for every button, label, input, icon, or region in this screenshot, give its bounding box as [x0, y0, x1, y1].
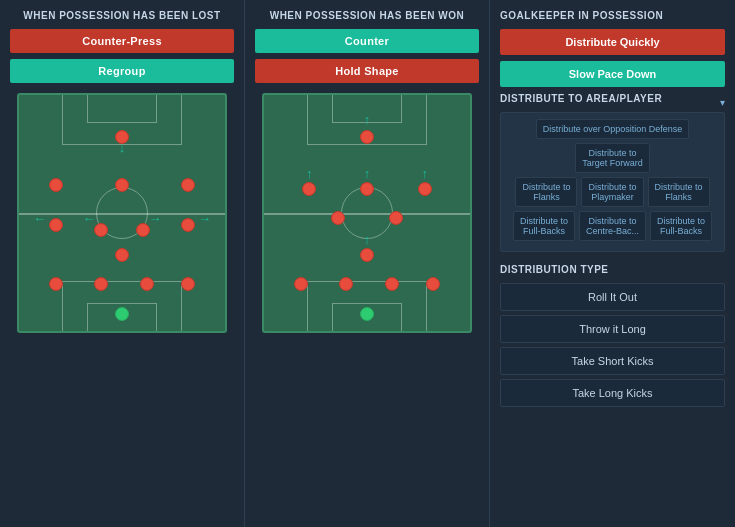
right-panel: GOALKEEPER IN POSSESSION Distribute Quic…: [490, 0, 735, 527]
dist-row-2: Distribute toTarget Forward: [507, 143, 718, 173]
arrow-up-5: ↑: [364, 231, 371, 246]
slow-pace-down-button[interactable]: Slow Pace Down: [500, 61, 725, 87]
player: [294, 277, 308, 291]
player: [339, 277, 353, 291]
player: [94, 277, 108, 291]
counter-press-button[interactable]: Counter-Press: [10, 29, 234, 53]
dist-centre-backs-button[interactable]: Distribute toCentre-Bac...: [579, 211, 646, 241]
dist-full-backs-left-button[interactable]: Distribute toFull-Backs: [513, 211, 575, 241]
regroup-button[interactable]: Regroup: [10, 59, 234, 83]
player: [136, 223, 150, 237]
take-long-kicks-button[interactable]: Take Long Kicks: [500, 379, 725, 407]
distribute-area-section: DISTRIBUTE TO AREA/PLAYER ▾: [500, 93, 725, 112]
arrow-up-4: ↑: [421, 165, 428, 180]
chevron-down-icon[interactable]: ▾: [720, 97, 725, 108]
goalkeeper: [115, 307, 129, 321]
left-panel-title: WHEN POSSESSION HAS BEEN LOST: [23, 10, 220, 21]
player: [115, 178, 129, 192]
player: [94, 223, 108, 237]
middle-panel: WHEN POSSESSION HAS BEEN WON Counter Hol…: [245, 0, 490, 527]
player: [115, 130, 129, 144]
player: [49, 218, 63, 232]
player: [115, 248, 129, 262]
throw-it-long-button[interactable]: Throw it Long: [500, 315, 725, 343]
pitch-left: ↓ ← ← → →: [17, 93, 227, 333]
player: [140, 277, 154, 291]
roll-it-out-button[interactable]: Roll It Out: [500, 283, 725, 311]
dist-row-1: Distribute over Opposition Defense: [507, 119, 718, 139]
player: [360, 182, 374, 196]
distribution-type-section: DISTRIBUTION TYPE Roll It Out Throw it L…: [500, 264, 725, 411]
dist-flanks-right-button[interactable]: Distribute toFlanks: [648, 177, 710, 207]
dist-playmaker-button[interactable]: Distribute toPlaymaker: [581, 177, 643, 207]
dist-type-title: DISTRIBUTION TYPE: [500, 264, 725, 275]
player: [389, 211, 403, 225]
arrow-up-2: ↑: [306, 165, 313, 180]
player: [181, 218, 195, 232]
dist-target-forward-button[interactable]: Distribute toTarget Forward: [575, 143, 650, 173]
pitch-middle: ↑ ↑ ↑ ↑ ↑: [262, 93, 472, 333]
player: [426, 277, 440, 291]
dist-over-opposition-button[interactable]: Distribute over Opposition Defense: [536, 119, 690, 139]
player: [418, 182, 432, 196]
left-panel: WHEN POSSESSION HAS BEEN LOST Counter-Pr…: [0, 0, 245, 527]
player: [181, 277, 195, 291]
distribute-grid: Distribute over Opposition Defense Distr…: [500, 112, 725, 252]
distribute-quickly-button[interactable]: Distribute Quickly: [500, 29, 725, 55]
dist-full-backs-right-button[interactable]: Distribute toFull-Backs: [650, 211, 712, 241]
hold-shape-button[interactable]: Hold Shape: [255, 59, 479, 83]
arrow-mid: ←: [83, 210, 96, 225]
gk-possession-title: GOALKEEPER IN POSSESSION: [500, 10, 725, 21]
dist-row-3: Distribute toFlanks Distribute toPlaymak…: [507, 177, 718, 207]
distribute-area-title: DISTRIBUTE TO AREA/PLAYER: [500, 93, 662, 104]
goalkeeper: [360, 307, 374, 321]
player: [360, 248, 374, 262]
arrow-up-3: ↑: [364, 165, 371, 180]
dist-row-4: Distribute toFull-Backs Distribute toCen…: [507, 211, 718, 241]
arrow-right: →: [198, 210, 211, 225]
player: [302, 182, 316, 196]
player: [49, 178, 63, 192]
middle-panel-title: WHEN POSSESSION HAS BEEN WON: [270, 10, 465, 21]
take-short-kicks-button[interactable]: Take Short Kicks: [500, 347, 725, 375]
player: [385, 277, 399, 291]
counter-button[interactable]: Counter: [255, 29, 479, 53]
player: [331, 211, 345, 225]
player: [181, 178, 195, 192]
player: [49, 277, 63, 291]
arrow-left: ←: [33, 210, 46, 225]
arrow-up-1: ↑: [364, 111, 371, 126]
player: [360, 130, 374, 144]
dist-flanks-left-button[interactable]: Distribute toFlanks: [515, 177, 577, 207]
arrow-mid2: →: [148, 210, 161, 225]
